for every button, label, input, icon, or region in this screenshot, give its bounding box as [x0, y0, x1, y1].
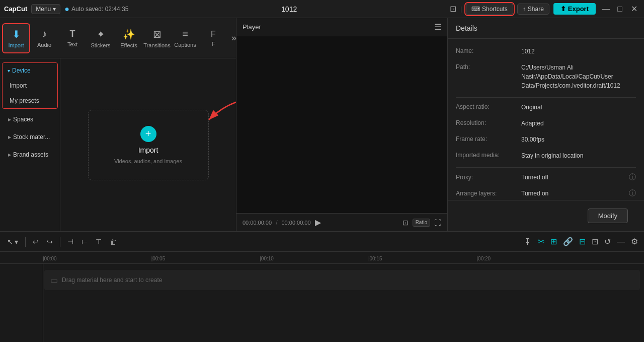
trim-right-button[interactable]: ⊤ — [93, 236, 105, 248]
sidebar-item-import[interactable]: Import — [3, 78, 57, 93]
trim-tool-button[interactable]: ✂ — [536, 235, 546, 248]
undo-button[interactable]: ↩ — [30, 236, 42, 248]
trim-icon: ✂ — [538, 237, 544, 246]
detail-label-imported-media: Imported media: — [456, 151, 521, 159]
fit-screen-icon[interactable]: ⊡ — [403, 219, 409, 227]
lock-icon: ⊟ — [579, 237, 586, 246]
lock-tool-button[interactable]: ⊟ — [577, 235, 588, 248]
fullscreen-icon[interactable]: ⛶ — [434, 219, 441, 227]
drag-text: Drag material here and start to create — [62, 277, 162, 284]
player-content — [236, 36, 447, 213]
delete-icon: 🗑 — [110, 238, 117, 246]
sidebar-device-section: Device Import My presets — [2, 62, 58, 109]
track-content-main[interactable]: ▭ Drag material here and start to create — [44, 270, 640, 290]
tab-captions[interactable]: ≡ Captions — [171, 24, 199, 52]
detail-row-aspect: Aspect ratio: Original — [456, 103, 636, 112]
timeline-right-tools: 🎙 ✂ ⊞ 🔗 ⊟ ⊡ ↺ — ⚙ — [522, 235, 640, 248]
detail-value-aspect: Original — [521, 103, 636, 112]
settings-button[interactable]: ⚙ — [629, 235, 640, 248]
timeline-toolbar: ↖ ▾ ↩ ↪ ⊣ ⊢ ⊤ 🗑 🎙 ✂ — [0, 232, 644, 252]
screen-icon: ⊡ — [450, 4, 456, 14]
app-logo: CapCut — [4, 5, 27, 13]
tab-text[interactable]: T Text — [58, 25, 87, 51]
sidebar-item-spaces[interactable]: Spaces — [2, 111, 58, 128]
ruler-tick-0: |00:00 — [43, 256, 57, 261]
detail-row-name: Name: 1012 — [456, 47, 636, 56]
window-controls: — □ ✕ — [600, 3, 640, 15]
player-controls: 00:00:00:00 / 00:00:00:00 ▶ ⊡ Ratio ⛶ — [236, 213, 447, 231]
subtitle-icon: ⊡ — [592, 237, 598, 246]
sidebar: Device Import My presets Spaces Stock ma… — [0, 58, 60, 231]
detail-label-name: Name: — [456, 47, 521, 54]
import-dropzone[interactable]: + Import Videos, audios, and images — [88, 110, 209, 180]
zoom-out-icon: — — [617, 237, 625, 246]
main-track-row: ▭ Drag material here and start to create — [4, 268, 640, 292]
timeline-tracks: ▭ Drag material here and start to create — [0, 264, 644, 342]
sidebar-item-stock-material[interactable]: Stock mater... — [2, 128, 58, 146]
tab-import[interactable]: ⬇ Import — [2, 23, 30, 53]
stickers-icon: ✦ — [97, 28, 105, 40]
undo2-icon: ↺ — [604, 237, 611, 246]
tab-f[interactable]: F F — [199, 26, 227, 51]
modify-button[interactable]: Modify — [588, 209, 628, 223]
tab-stickers[interactable]: ✦ Stickers — [87, 24, 115, 52]
sidebar-item-device[interactable]: Device — [3, 63, 57, 78]
link-tool-button[interactable]: 🔗 — [561, 235, 575, 248]
timeline-panel: ↖ ▾ ↩ ↪ ⊣ ⊢ ⊤ 🗑 🎙 ✂ — [0, 231, 644, 342]
trim-left-icon: ⊢ — [82, 238, 88, 246]
zoom-out-button[interactable]: — — [615, 235, 627, 248]
auto-saved-dot: ● — [64, 5, 69, 14]
mic-icon: 🎙 — [524, 237, 532, 246]
detail-label-arrange-layers: Arrange layers: — [456, 190, 521, 197]
subtitle-tool-button[interactable]: ⊡ — [590, 235, 600, 248]
menu-button[interactable]: Menu ▾ — [31, 4, 60, 14]
export-button[interactable]: ⬆ Export — [553, 3, 596, 15]
shortcuts-button[interactable]: ⌨ Shortcuts — [466, 4, 513, 15]
tab-transitions[interactable]: ⊠ Transitions — [143, 24, 171, 52]
cursor-tool-button[interactable]: ↖ ▾ — [4, 236, 21, 248]
ratio-button[interactable]: Ratio — [413, 219, 430, 227]
magnetic-tool-button[interactable]: ⊞ — [548, 235, 559, 248]
auto-saved-indicator: ● Auto saved: 02:44:35 — [64, 5, 128, 14]
delete-button[interactable]: 🗑 — [107, 236, 120, 248]
player-menu-icon[interactable]: ☰ — [434, 22, 441, 32]
effects-icon: ✨ — [123, 28, 135, 40]
trim-left-button[interactable]: ⊢ — [78, 236, 91, 248]
detail-divider-1 — [456, 97, 636, 98]
split-button[interactable]: ⊣ — [64, 236, 76, 248]
sidebar-item-brand-assets[interactable]: Brand assets — [2, 146, 58, 163]
export-icon: ⬆ — [560, 5, 566, 13]
share-icon: ↑ — [523, 6, 526, 13]
tab-effects[interactable]: ✨ Effects — [115, 24, 143, 52]
sidebar-item-my-presets[interactable]: My presets — [3, 93, 57, 108]
maximize-button[interactable]: □ — [614, 3, 626, 15]
undo2-button[interactable]: ↺ — [602, 235, 613, 248]
proxy-info-icon[interactable]: ⓘ — [629, 173, 636, 182]
player-header: Player ☰ — [236, 18, 447, 36]
tab-audio-label: Audio — [37, 42, 51, 48]
share-button[interactable]: ↑ Share — [517, 4, 549, 15]
audio-record-button[interactable]: 🎙 — [522, 235, 534, 248]
f-icon: F — [211, 30, 216, 39]
import-circle-button[interactable]: + — [140, 126, 156, 142]
redo-button[interactable]: ↪ — [44, 236, 56, 248]
tab-captions-label: Captions — [174, 42, 196, 48]
tab-audio[interactable]: ♪ Audio — [30, 24, 58, 52]
minimize-button[interactable]: — — [600, 3, 612, 15]
player-total-time: 00:00:00:00 — [281, 220, 310, 226]
detail-row-imported-media: Imported media: Stay in original locatio… — [456, 151, 636, 160]
cursor-icon: ↖ — [7, 238, 13, 246]
tab-f-label: F — [212, 41, 215, 47]
detail-label-frame-rate: Frame rate: — [456, 135, 521, 143]
close-button[interactable]: ✕ — [628, 3, 640, 15]
detail-label-path: Path: — [456, 63, 521, 71]
detail-value-frame-rate: 30.00fps — [521, 135, 636, 144]
player-title: Player — [243, 23, 261, 31]
arrange-layers-info-icon[interactable]: ⓘ — [629, 189, 636, 198]
shortcuts-icon: ⌨ — [471, 6, 480, 13]
toolbar-divider-2 — [60, 237, 60, 247]
detail-row-path: Path: C:/Users/Usman Ali Nasir/AppData/L… — [456, 63, 636, 90]
play-button[interactable]: ▶ — [315, 218, 321, 227]
detail-value-proxy: Turned off — [521, 174, 627, 181]
split-icon: ⊣ — [67, 238, 73, 246]
